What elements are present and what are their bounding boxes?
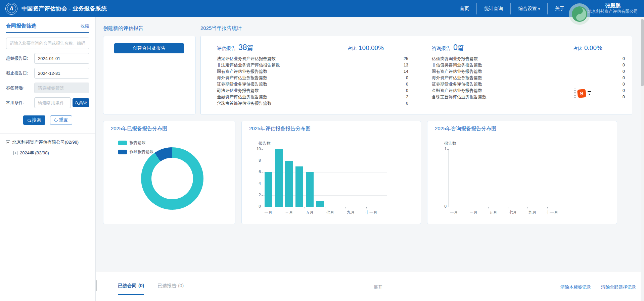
sidebar-filter-panel: 合同报告筛选 收缩 起始报告日: 截止报告日: 标签筛选: 常用条件: 高级 搜… xyxy=(0,17,96,301)
tree-node-year[interactable]: + 2024年 (82/98) xyxy=(6,150,89,156)
collapse-link[interactable]: 收缩 xyxy=(81,23,89,29)
x-tick-label: 一月 xyxy=(260,210,276,215)
floating-assistant-icon[interactable] xyxy=(569,3,590,25)
y-tick-label: 1 xyxy=(438,147,447,151)
search-icon xyxy=(75,101,78,104)
y-tick-mark xyxy=(262,184,263,184)
x-tick-label: 九月 xyxy=(343,210,359,215)
user-company: 北京利邦资产评估有限公司 xyxy=(588,9,638,14)
stats-column-divider xyxy=(422,40,422,111)
x-tick-mark xyxy=(469,207,469,208)
common-filter-label: 常用条件: xyxy=(6,100,34,106)
bar xyxy=(295,166,303,207)
advanced-search-label: 高级 xyxy=(79,100,87,106)
legend-swatch xyxy=(118,141,127,145)
stat-row-value: 0 xyxy=(406,88,408,94)
y-tick-mark xyxy=(447,149,449,150)
stat-row-label: 估值类咨询业务报告篇数 xyxy=(432,56,478,62)
drag-handle[interactable] xyxy=(96,280,97,291)
keyword-search-input[interactable] xyxy=(6,38,89,49)
caret-down-icon: ▾ xyxy=(589,93,590,96)
search-button-label: 搜索 xyxy=(32,117,41,123)
clear-current-tab-link[interactable]: 清除本标签记录 xyxy=(560,284,591,290)
user-name: 张殿鹏 xyxy=(605,3,620,9)
app-root: A 中国资产评估协会 - 业务报备系统 首页 统计查询 综合设置▾ 关于 张殿鹏… xyxy=(0,0,644,301)
orange-s-badge-icon[interactable]: S xyxy=(577,89,586,98)
share-value: 100.00% xyxy=(359,44,384,52)
start-date-input[interactable] xyxy=(34,53,89,64)
x-tick-mark xyxy=(305,207,305,208)
stat-row: 非法定评估业务资产评估报告篇数13 xyxy=(217,62,408,68)
legend-item-reports[interactable]: 报告篇数 xyxy=(118,140,154,146)
tree-collapse-icon[interactable]: − xyxy=(6,140,10,144)
bar xyxy=(306,172,314,207)
advanced-search-button[interactable]: 高级 xyxy=(73,98,89,107)
nav-item-about[interactable]: 关于 xyxy=(548,6,572,12)
stat-row-label: 金融资产评估业务报告篇数 xyxy=(432,88,482,94)
tab-selected-contracts[interactable]: 已选合同 (0) xyxy=(118,283,144,295)
bar-plot: 0246810一月三月五月七月九月十一月 xyxy=(263,149,387,207)
tree-expand-icon[interactable]: + xyxy=(13,151,17,155)
y-axis-label: 报告数 xyxy=(259,141,271,146)
navbar-brand: A 中国资产评估协会 - 业务报备系统 xyxy=(0,3,107,15)
tag-filter-input[interactable] xyxy=(34,83,89,93)
bar-plot: 01一月三月五月七月九月十一月 xyxy=(449,149,567,207)
stat-row-label: 海外资产评估业务报告篇数 xyxy=(432,75,482,81)
stat-row-value: 0 xyxy=(623,75,625,81)
nav-item-settings[interactable]: 综合设置▾ xyxy=(511,6,547,12)
navbar-menu: 首页 统计查询 综合设置▾ 关于 张殿鹏 北京利邦资产评估有限公司 xyxy=(452,0,644,17)
nav-item-statistics[interactable]: 统计查询 xyxy=(477,6,510,12)
stat-row-value: 25 xyxy=(404,56,408,62)
search-icon xyxy=(28,119,31,122)
minus-icon xyxy=(588,91,591,92)
sidebar-divider xyxy=(0,134,95,134)
share-label: 占比 xyxy=(573,46,582,52)
tab-selected-reports[interactable]: 已选报告 (0) xyxy=(157,283,184,295)
scrollbar-thumb[interactable] xyxy=(641,19,644,86)
expand-link[interactable]: 展开 xyxy=(374,284,382,290)
search-button[interactable]: 搜索 xyxy=(23,115,45,125)
clear-all-selection-link[interactable]: 清除全部选择记录 xyxy=(601,284,636,290)
legend-label: 报告篇数 xyxy=(130,140,146,146)
end-date-row: 截止报告日: xyxy=(6,68,89,79)
bar xyxy=(265,172,272,207)
tree-node-label: 北京利邦资产评估有限公司(82/98) xyxy=(12,139,79,145)
nav-item-home[interactable]: 首页 xyxy=(452,6,476,12)
chart-title: 2025年咨询报备报告分布图 xyxy=(435,126,496,132)
reset-button[interactable]: 重置 xyxy=(50,115,72,125)
selection-bottom-bar: 已选合同 (0) 已选报告 (0) 展开 清除本标签记录 清除全部选择记录 xyxy=(96,271,641,301)
tree-node-company[interactable]: − 北京利邦资产评估有限公司(82/98) xyxy=(6,139,89,145)
x-tick-label: 七月 xyxy=(322,210,338,215)
x-tick-mark xyxy=(547,207,548,208)
clear-links: 清除本标签记录 清除全部选择记录 xyxy=(560,284,636,290)
create-contract-report-button[interactable]: 创建合同及报告 xyxy=(114,43,184,53)
stat-row-label: 含珠宝首饰评估业务报告篇数 xyxy=(432,94,487,100)
stat-row: 含珠宝首饰评估业务报告篇数0 xyxy=(432,94,625,100)
consulting-stat-rows: 估值类咨询业务报告篇数0非估值类咨询业务报告篇数0国有资产评估业务报告篇数0海外… xyxy=(432,56,625,100)
stat-row-label: 非法定评估业务资产评估报告篇数 xyxy=(217,62,280,68)
legend-swatch xyxy=(118,150,127,154)
tab-count: (0) xyxy=(178,283,184,290)
category-count: 0 xyxy=(453,43,458,52)
y-axis-label: 报告数 xyxy=(444,141,456,146)
stat-row-value: 0 xyxy=(623,56,625,62)
dots-grip-icon[interactable] xyxy=(574,89,576,98)
common-filter-input[interactable] xyxy=(34,97,71,108)
bar xyxy=(316,201,324,207)
main-content: 创建新的评估报告 2025当年报告统计 创建合同及报告 评估报告 38 篇 占比… xyxy=(96,17,641,271)
y-tick-label: 6 xyxy=(252,169,261,174)
end-date-input[interactable] xyxy=(34,68,89,79)
x-tick-label: 五月 xyxy=(302,210,318,215)
user-info[interactable]: 张殿鹏 北京利邦资产评估有限公司 xyxy=(588,3,638,14)
x-tick-label: 十一月 xyxy=(544,210,560,215)
x-tick-label: 七月 xyxy=(505,210,521,215)
screenshot-tool-widget: S ▾ xyxy=(574,89,591,98)
yearly-stats-card: 评估报告 38 篇 占比 100.00% 法定评估业务资产评估报告篇数25非法定… xyxy=(200,36,632,114)
donut xyxy=(141,147,203,210)
legend-item-voided[interactable]: 作废报告篇数 xyxy=(118,149,154,155)
chart-title: 2025年已报备报告分布图 xyxy=(111,126,167,132)
bar xyxy=(275,149,283,207)
minimize-handle[interactable]: ▾ xyxy=(588,91,591,96)
x-tick-label: 三月 xyxy=(281,210,297,215)
stat-row-value: 0 xyxy=(406,81,408,88)
